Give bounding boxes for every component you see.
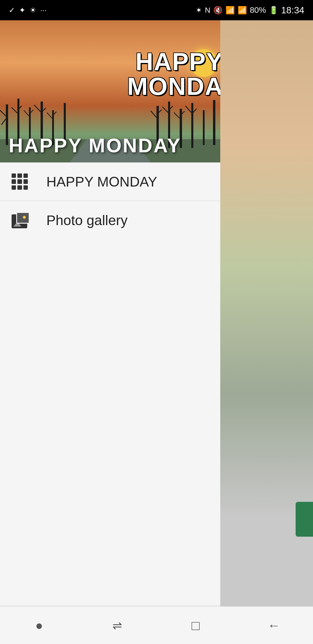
grid-cell-2 — [17, 173, 22, 178]
svg-line-9 — [1, 119, 6, 125]
svg-line-26 — [162, 107, 168, 113]
photo-gallery-icon — [12, 212, 32, 228]
svg-line-14 — [34, 105, 41, 112]
svg-line-8 — [0, 110, 6, 116]
svg-line-24 — [151, 111, 156, 117]
home-icon: □ — [192, 618, 200, 633]
more-icon: ··· — [40, 6, 47, 15]
right-peek-button[interactable] — [296, 502, 313, 537]
svg-rect-23 — [213, 100, 215, 145]
grid-icon-visual — [12, 173, 28, 190]
nav-home-button[interactable]: □ — [178, 614, 213, 637]
sidebar-item-happy-monday[interactable]: HAPPY MONDAY — [0, 162, 220, 201]
signal-icon: 📶 — [238, 6, 247, 15]
right-peek-bg — [220, 20, 313, 644]
drawer-menu: HAPPY MONDAY Photo gallery — [0, 162, 220, 644]
gallery-fg — [16, 212, 30, 224]
nav-recents-button[interactable]: ⇌ — [100, 614, 135, 637]
svg-rect-21 — [191, 103, 193, 148]
svg-line-16 — [47, 113, 52, 118]
mute-icon: 🔇 — [213, 6, 223, 15]
grid-cell-4 — [12, 179, 16, 184]
grid-cell-7 — [12, 185, 16, 190]
drawer-header-title: HAPPY MONDAY — [9, 134, 181, 157]
dot-icon: ● — [35, 618, 43, 633]
back-icon: ← — [267, 618, 280, 633]
status-bar: ✓ ✦ ☀ ··· ✶ N 🔇 📶 📶 80% 🔋 18:34 — [0, 0, 313, 20]
status-time: 18:34 — [281, 5, 304, 16]
grid-cell-6 — [23, 179, 28, 184]
svg-line-30 — [185, 106, 191, 113]
recents-icon: ⇌ — [112, 619, 122, 632]
bottom-navigation: ● ⇌ □ ← — [0, 606, 313, 644]
sidebar-item-label-photo-gallery: Photo gallery — [46, 212, 128, 228]
grid-cell-3 — [23, 173, 28, 178]
svg-line-12 — [24, 110, 29, 116]
grid-icon — [12, 173, 32, 190]
navigation-drawer: HAPPYMONDA — [0, 20, 220, 644]
svg-line-10 — [12, 107, 17, 113]
battery-percentage: 80% — [250, 6, 266, 15]
grid-cell-8 — [17, 185, 22, 190]
gallery-icon-visual — [12, 212, 30, 228]
sidebar-item-photo-gallery[interactable]: Photo gallery — [0, 201, 220, 239]
svg-rect-2 — [6, 104, 8, 145]
grid-cell-5 — [17, 179, 22, 184]
nav-dot-button[interactable]: ● — [22, 614, 57, 637]
drawer-spacer — [0, 239, 220, 605]
brightness-icon: ☀ — [30, 6, 36, 15]
wifi-icon: 📶 — [225, 6, 235, 15]
nav-back-button[interactable]: ← — [256, 614, 291, 637]
grid-cell-1 — [12, 173, 16, 178]
svg-line-28 — [174, 113, 180, 118]
gallery-sun-small — [23, 216, 26, 219]
check-icon: ✓ — [9, 6, 15, 15]
bluetooth-icon: ✶ — [196, 6, 202, 15]
drawer-header: HAPPYMONDA — [0, 20, 220, 162]
status-left-icons: ✓ ✦ ☀ ··· — [9, 6, 47, 15]
svg-rect-22 — [203, 110, 205, 145]
sidebar-item-label-happy-monday: HAPPY MONDAY — [46, 174, 157, 190]
dropbox-icon: ✦ — [19, 6, 26, 15]
status-right-icons: ✶ N 🔇 📶 📶 80% 🔋 18:34 — [196, 5, 304, 16]
nfc-icon: N — [205, 6, 210, 15]
grid-cell-9 — [23, 185, 28, 190]
battery-icon: 🔋 — [269, 6, 278, 15]
right-peek-area — [220, 20, 313, 644]
